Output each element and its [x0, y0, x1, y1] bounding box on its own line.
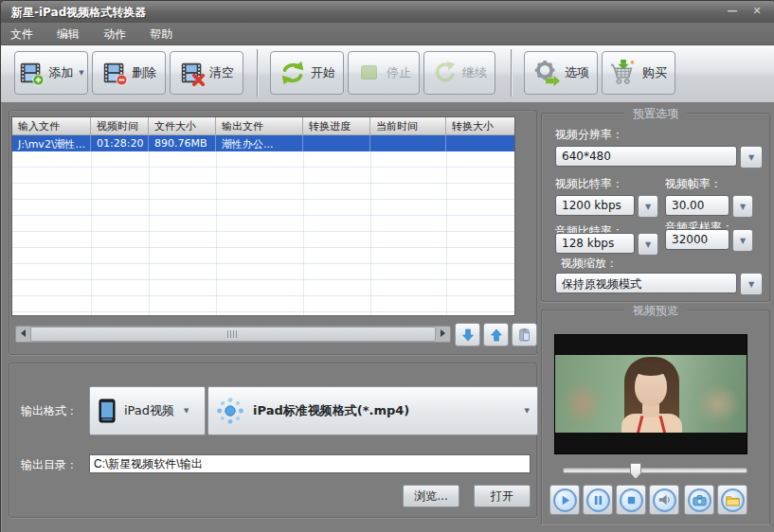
- add-dropdown-caret-icon[interactable]: ▼: [79, 69, 83, 77]
- pause-icon: [586, 488, 610, 512]
- buy-button[interactable]: 购买: [602, 51, 675, 95]
- cell-converted-size: [446, 135, 513, 151]
- format-select[interactable]: iPad标准视频格式(*.mp4) ▼: [207, 386, 538, 435]
- resume-button[interactable]: 继续: [423, 51, 495, 95]
- stop-button[interactable]: 停止: [348, 51, 420, 95]
- sample-rate-caret-icon[interactable]: ▼: [732, 229, 753, 252]
- scrollbar-thumb[interactable]: [30, 327, 436, 342]
- video-bitrate-label: 视频比特率：: [555, 176, 623, 192]
- add-button[interactable]: 添加 ▼: [14, 51, 88, 95]
- video-preview-group: 视频预览: [541, 310, 770, 524]
- column-header-output-file[interactable]: 输出文件: [216, 117, 303, 134]
- buy-button-label: 购买: [642, 64, 667, 81]
- output-dir-input[interactable]: [89, 454, 531, 473]
- arrow-down-icon: [460, 328, 476, 343]
- snapshot-button[interactable]: [684, 485, 714, 515]
- video-preview-frame: [554, 334, 747, 454]
- scroll-left-icon[interactable]: [16, 327, 30, 340]
- folder-icon: [721, 488, 745, 512]
- cell-input-file: J:\mv2\潮性...: [12, 135, 91, 151]
- resolution-select[interactable]: 640*480: [555, 146, 737, 167]
- video-scale-label: 视频缩放：: [561, 256, 618, 272]
- preset-options-title: 预置选项: [624, 106, 687, 122]
- resume-icon: [432, 60, 459, 86]
- framerate-select[interactable]: 30.00: [665, 195, 729, 216]
- mute-button[interactable]: [649, 485, 679, 515]
- cell-current-time: [370, 135, 446, 151]
- move-up-button[interactable]: [483, 323, 509, 346]
- column-header-file-size[interactable]: 文件大小: [149, 117, 216, 134]
- move-down-button[interactable]: [455, 323, 480, 346]
- film-remove-icon: [101, 60, 128, 86]
- arrow-up-icon: [489, 328, 504, 343]
- delete-button-label: 删除: [132, 64, 156, 81]
- minimize-button[interactable]: —: [722, 5, 743, 19]
- resolution-caret-icon[interactable]: ▼: [740, 146, 763, 168]
- actress-fringe: [633, 361, 669, 376]
- video-bitrate-caret-icon[interactable]: ▼: [638, 195, 658, 218]
- open-button[interactable]: 打开: [474, 485, 531, 507]
- paste-button[interactable]: [512, 323, 537, 346]
- open-folder-button[interactable]: [717, 485, 747, 515]
- output-group: 输出格式： iPad视频 ▼ iPad标准视频格式(*.mp4) ▼ 输出目录：: [9, 363, 537, 518]
- menu-file[interactable]: 文件: [1, 23, 43, 46]
- menu-edit[interactable]: 编辑: [47, 23, 89, 46]
- app-window: 新星-iPad视频格式转换器 — ✕ 文件 编辑 动作 帮助 添加 ▼: [0, 0, 774, 532]
- video-bitrate-select[interactable]: 1200 kbps: [555, 195, 635, 216]
- browse-button[interactable]: 浏览...: [403, 485, 459, 507]
- column-header-duration[interactable]: 视频时间: [91, 117, 149, 134]
- background-blur: [695, 383, 741, 425]
- add-button-label: 添加: [48, 64, 73, 81]
- resolution-label: 视频分辨率：: [555, 127, 623, 143]
- menu-bar: 文件 编辑 动作 帮助: [1, 23, 774, 45]
- scroll-right-icon[interactable]: [436, 327, 450, 340]
- horizontal-scrollbar[interactable]: [15, 326, 451, 343]
- audio-bitrate-select[interactable]: 128 kbps: [555, 233, 635, 254]
- cell-progress: [303, 135, 370, 151]
- play-button[interactable]: [549, 485, 580, 515]
- start-convert-icon: [279, 59, 307, 87]
- column-header-converted-size[interactable]: 转换大小: [446, 117, 513, 134]
- grid-line: [216, 135, 217, 315]
- clear-button-label: 清空: [209, 64, 234, 81]
- toolbar: 添加 ▼ 删除 清空: [1, 45, 774, 103]
- device-select[interactable]: iPad视频 ▼: [89, 386, 206, 435]
- title-bar: 新星-iPad视频格式转换器 — ✕: [1, 1, 774, 23]
- film-add-icon: [18, 60, 45, 86]
- gear-icon: [532, 59, 561, 87]
- delete-button[interactable]: 删除: [92, 51, 166, 95]
- window-title: 新星-iPad视频格式转换器: [11, 5, 146, 21]
- pause-button[interactable]: [583, 485, 613, 515]
- framerate-caret-icon[interactable]: ▼: [732, 195, 753, 218]
- output-format-label: 输出格式：: [21, 403, 78, 419]
- table-row-selected[interactable]: J:\mv2\潮性... 01:28:20 890.76MB 潮性办公...: [12, 135, 514, 151]
- column-header-input-file[interactable]: 输入文件: [12, 117, 91, 134]
- shopping-cart-icon: [610, 59, 639, 87]
- video-scale-caret-icon[interactable]: ▼: [740, 273, 763, 295]
- stop-playback-button[interactable]: [616, 485, 646, 515]
- seek-slider-thumb[interactable]: [630, 463, 641, 479]
- options-button[interactable]: 选项: [524, 51, 598, 95]
- format-select-value: iPad标准视频格式(*.mp4): [253, 402, 409, 419]
- menu-action[interactable]: 动作: [94, 23, 135, 46]
- actress-neck: [642, 404, 659, 417]
- output-dir-label: 输出目录：: [21, 457, 78, 473]
- start-button[interactable]: 开始: [270, 51, 344, 95]
- clear-button[interactable]: 清空: [170, 51, 243, 95]
- menu-help[interactable]: 帮助: [140, 23, 182, 46]
- format-molecule-icon: [214, 395, 246, 427]
- device-select-value: iPad视频: [124, 402, 174, 419]
- column-header-progress[interactable]: 转换进度: [303, 117, 370, 134]
- camera-icon: [688, 488, 711, 512]
- grid-line: [91, 135, 92, 315]
- close-button[interactable]: ✕: [747, 5, 767, 19]
- column-header-current-time[interactable]: 当前时间: [370, 117, 446, 134]
- sample-rate-select[interactable]: 32000: [665, 229, 729, 250]
- stop-icon: [356, 60, 383, 86]
- video-scale-select[interactable]: 保持原视频模式: [555, 273, 737, 293]
- toolbar-separator: [257, 49, 258, 97]
- seek-slider[interactable]: [563, 468, 747, 473]
- stop-playback-icon: [620, 488, 643, 512]
- ipad-device-icon: [98, 399, 117, 423]
- audio-bitrate-caret-icon[interactable]: ▼: [638, 233, 658, 256]
